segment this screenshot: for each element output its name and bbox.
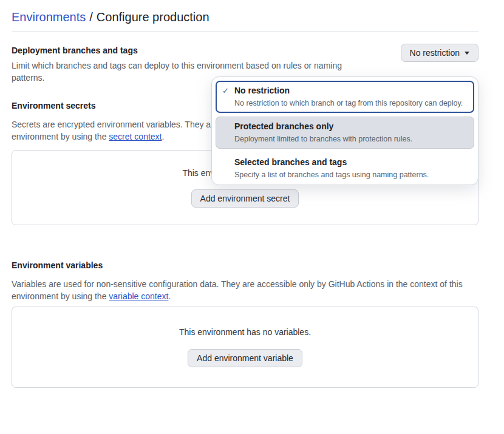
variables-section-description: Variables are used for non-sensitive con… — [12, 278, 478, 302]
add-environment-secret-button[interactable]: Add environment secret — [191, 189, 299, 208]
environment-variables-section: Environment variables Variables are used… — [12, 259, 478, 388]
menu-item-description: No restriction to which branch or tag fr… — [234, 98, 468, 109]
breadcrumb-environments-link[interactable]: Environments — [12, 10, 86, 24]
menu-item-selected-branches-and-tags[interactable]: Selected branches and tags Specify a lis… — [216, 152, 474, 185]
breadcrumb-separator: / — [89, 10, 93, 24]
menu-item-no-restriction[interactable]: ✓ No restriction No restriction to which… — [216, 81, 474, 113]
menu-item-title: Selected branches and tags — [234, 157, 468, 168]
secret-context-link[interactable]: secret context — [109, 132, 162, 141]
caret-down-icon — [465, 52, 469, 55]
check-icon: ✓ — [222, 86, 229, 95]
add-environment-variable-button[interactable]: Add environment variable — [188, 349, 302, 367]
secrets-description-period: . — [162, 132, 164, 141]
branch-restriction-dropdown-menu: ✓ No restriction No restriction to which… — [211, 76, 478, 185]
menu-item-description: Deployment limited to branches with prot… — [234, 134, 468, 144]
menu-item-description: Specify a list of branches and tags usin… — [234, 170, 468, 180]
menu-item-title: Protected branches only — [234, 121, 468, 132]
variable-context-link[interactable]: variable context — [109, 291, 168, 301]
header-divider — [12, 32, 478, 32]
page-title: Configure production — [97, 10, 209, 24]
variables-description-text: Variables are used for non-sensitive con… — [12, 279, 463, 301]
variables-description-period: . — [168, 291, 171, 301]
menu-item-protected-branches-only[interactable]: Protected branches only Deployment limit… — [216, 117, 474, 149]
variables-empty-text: This environment has no variables. — [179, 326, 311, 338]
branch-restriction-dropdown-button[interactable]: No restriction — [401, 44, 478, 62]
breadcrumb: Environments/Configure production — [12, 8, 478, 25]
variables-section-title: Environment variables — [12, 259, 478, 272]
menu-item-title: No restriction — [234, 85, 468, 97]
dropdown-button-label: No restriction — [410, 47, 460, 58]
variables-empty-box: This environment has no variables. Add e… — [12, 307, 478, 388]
environment-config-page: Environments/Configure production Deploy… — [0, 8, 504, 434]
deployment-section-title: Deployment branches and tags — [12, 44, 401, 57]
